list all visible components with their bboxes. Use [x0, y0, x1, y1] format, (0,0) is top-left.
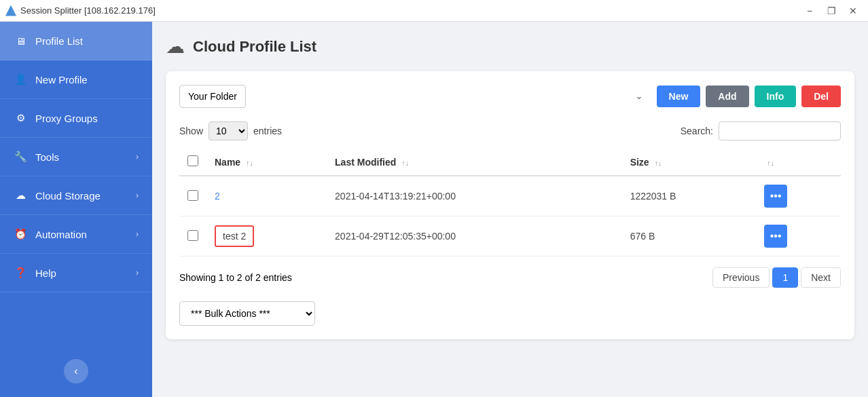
top-controls: Your Folder New Add Info Del — [179, 85, 841, 108]
row2-checkbox-cell — [179, 216, 206, 257]
table-row: 2 2021-04-14T13:19:21+00:00 1222031 B ••… — [179, 176, 841, 216]
close-button[interactable]: ✕ — [844, 3, 863, 18]
sort-icon-actions: ↑↓ — [767, 159, 774, 167]
table-row: test 2 2021-04-29T12:05:35+00:00 676 B •… — [179, 216, 841, 257]
add-button[interactable]: Add — [706, 86, 748, 107]
chevron-right-icon-3: › — [136, 229, 139, 239]
row1-action-cell: ••• — [756, 176, 841, 216]
sidebar-label-profile-list: Profile List — [35, 35, 83, 47]
table-footer: Showing 1 to 2 of 2 entries Previous 1 N… — [179, 267, 841, 288]
sidebar-label-proxy-groups: Proxy Groups — [35, 113, 98, 124]
sidebar: 🖥 Profile List 👤 New Profile ⚙ Proxy Gro… — [0, 22, 152, 397]
header-last-modified: Last Modified ↑↓ — [327, 149, 622, 176]
row2-size: 676 B — [622, 216, 756, 257]
maximize-button[interactable]: ❐ — [822, 3, 841, 18]
sidebar-item-automation[interactable]: ⏰ Automation › — [0, 215, 152, 254]
header-actions: ↑↓ — [756, 149, 841, 176]
user-icon: 👤 — [14, 73, 27, 86]
chevron-right-icon: › — [136, 152, 139, 162]
bulk-actions-select[interactable]: *** Bulk Actions *** Delete Selected Dow… — [179, 301, 315, 326]
page-header: ☁ Cloud Profile List — [166, 35, 854, 58]
sidebar-item-cloud-storage[interactable]: ☁ Cloud Storage › — [0, 176, 152, 215]
table-controls: Show 10 25 50 100 entries Search: — [179, 121, 841, 140]
chevron-right-icon-2: › — [136, 191, 139, 200]
chevron-right-icon-4: › — [136, 268, 139, 278]
sidebar-item-proxy-groups[interactable]: ⚙ Proxy Groups — [0, 99, 152, 138]
header-size-label: Size — [630, 157, 649, 168]
sidebar-collapse-button[interactable]: ‹ — [64, 359, 88, 383]
titlebar: Session Splitter [108.162.219.176] − ❐ ✕ — [0, 0, 868, 22]
tools-icon: 🔧 — [14, 150, 27, 164]
sort-icon-modified[interactable]: ↑↓ — [401, 159, 409, 167]
row1-action-button[interactable]: ••• — [764, 185, 787, 208]
page-cloud-icon: ☁ — [166, 35, 185, 58]
header-checkbox-cell — [179, 149, 206, 176]
sidebar-label-automation: Automation — [35, 229, 87, 240]
table-controls-left: Show 10 25 50 100 entries — [179, 121, 282, 140]
search-input[interactable] — [719, 121, 841, 140]
sidebar-label-tools: Tools — [35, 151, 59, 163]
titlebar-controls: − ❐ ✕ — [800, 3, 863, 18]
sidebar-label-new-profile: New Profile — [35, 74, 88, 86]
select-all-checkbox[interactable] — [187, 155, 198, 166]
prev-button[interactable]: Previous — [712, 267, 770, 288]
entries-label: entries — [253, 126, 282, 136]
data-table: Name ↑↓ Last Modified ↑↓ Size ↑↓ ↑↓ — [179, 149, 841, 257]
table-controls-right: Search: — [681, 121, 841, 140]
header-name-label: Name — [215, 157, 240, 168]
table-body: 2 2021-04-14T13:19:21+00:00 1222031 B ••… — [179, 176, 841, 257]
row2-name: test 2 — [206, 216, 327, 257]
pagination: Previous 1 Next — [712, 267, 841, 288]
sidebar-item-help[interactable]: ❓ Help › — [0, 254, 152, 292]
row1-size: 1222031 B — [622, 176, 756, 216]
search-label: Search: — [681, 126, 713, 136]
del-button[interactable]: Del — [801, 86, 841, 107]
folder-select[interactable]: Your Folder — [179, 85, 246, 108]
new-button[interactable]: New — [657, 86, 701, 107]
sidebar-item-profile-list[interactable]: 🖥 Profile List — [0, 22, 152, 60]
table-header: Name ↑↓ Last Modified ↑↓ Size ↑↓ ↑↓ — [179, 149, 841, 176]
sidebar-label-help: Help — [35, 267, 56, 279]
row2-checkbox[interactable] — [187, 230, 198, 241]
row2-action-button[interactable]: ••• — [764, 225, 787, 248]
row1-checkbox-cell — [179, 176, 206, 216]
content-card: Your Folder New Add Info Del Show 10 25 … — [166, 71, 854, 339]
entries-select[interactable]: 10 25 50 100 — [209, 121, 248, 140]
app-layout: 🖥 Profile List 👤 New Profile ⚙ Proxy Gro… — [0, 22, 868, 397]
header-size: Size ↑↓ — [622, 149, 756, 176]
page-1-button[interactable]: 1 — [772, 267, 798, 288]
row2-action-cell: ••• — [756, 216, 841, 257]
row1-name-link[interactable]: 2 — [215, 191, 220, 202]
minimize-button[interactable]: − — [800, 3, 819, 18]
main-content: ☁ Cloud Profile List Your Folder New Add… — [152, 22, 868, 397]
show-label: Show — [179, 126, 203, 136]
sidebar-item-tools[interactable]: 🔧 Tools › — [0, 138, 152, 176]
next-button[interactable]: Next — [801, 267, 841, 288]
sidebar-label-cloud-storage: Cloud Storage — [35, 190, 101, 202]
header-name: Name ↑↓ — [206, 149, 327, 176]
clock-icon: ⏰ — [14, 227, 27, 241]
row1-last-modified: 2021-04-14T13:19:21+00:00 — [327, 176, 622, 216]
titlebar-title: Session Splitter [108.162.219.176] — [20, 5, 156, 16]
monitor-icon: 🖥 — [14, 34, 27, 48]
app-icon — [5, 5, 16, 16]
bulk-actions-row: *** Bulk Actions *** Delete Selected Dow… — [179, 301, 841, 326]
gear-icon: ⚙ — [14, 111, 27, 125]
help-icon: ❓ — [14, 266, 27, 280]
titlebar-left: Session Splitter [108.162.219.176] — [5, 5, 156, 16]
sidebar-item-new-profile[interactable]: 👤 New Profile — [0, 60, 152, 99]
header-last-modified-label: Last Modified — [335, 157, 396, 168]
sort-icon-name[interactable]: ↑↓ — [246, 159, 253, 167]
row2-last-modified: 2021-04-29T12:05:35+00:00 — [327, 216, 622, 257]
folder-select-wrapper: Your Folder — [179, 85, 651, 108]
info-button[interactable]: Info — [755, 86, 797, 107]
page-title: Cloud Profile List — [193, 38, 317, 56]
sort-icon-size[interactable]: ↑↓ — [655, 159, 662, 167]
row2-name-selected: test 2 — [215, 225, 254, 247]
showing-text: Showing 1 to 2 of 2 entries — [179, 272, 292, 283]
cloud-icon: ☁ — [14, 189, 27, 202]
row1-name: 2 — [206, 176, 327, 216]
row1-checkbox[interactable] — [187, 190, 198, 201]
